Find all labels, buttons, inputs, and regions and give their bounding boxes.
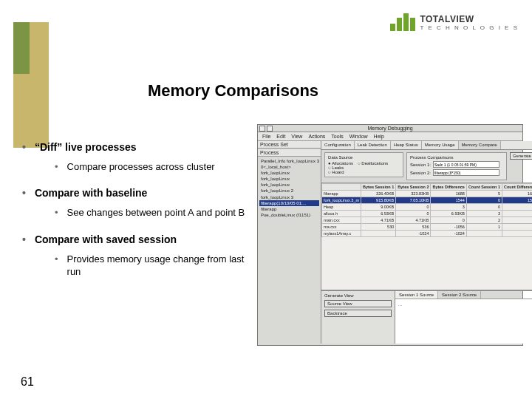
row-cell: 6.93KB <box>361 211 396 217</box>
process-comparisons-box: Process Comparisons Session 1: Session 2… <box>406 152 507 180</box>
process-set-title: Process Set <box>258 141 321 149</box>
session2-label: Session 2: <box>410 171 431 175</box>
bullet-3: • Compare with saved session <box>22 233 251 247</box>
diff-table[interactable]: Bytes Session 1Bytes Session 2Bytes Diff… <box>321 183 532 290</box>
backtrace-button[interactable]: Backtrace <box>324 310 392 317</box>
generate-view-title: Generate View <box>324 293 392 298</box>
menu-help[interactable]: Help <box>374 134 384 139</box>
table-row[interactable]: alloca.h6.93KB06.93KB303 <box>322 211 532 217</box>
tab-bar[interactable]: ConfigurationLeak DetectionHeap StatusMe… <box>321 141 532 150</box>
data-source-box: Data Source Allocations Leaks Hoard Deal… <box>324 152 403 177</box>
row-name: mylass1Array.c <box>322 231 361 237</box>
tree-item[interactable]: fork_loopLinux 3 <box>259 194 319 200</box>
source-view-button[interactable]: Source View <box>324 300 392 307</box>
tab-configuration[interactable]: Configuration <box>321 141 355 149</box>
menu-bar[interactable]: File Edit View Actions Tools Window Help <box>258 132 522 141</box>
row-name: fork_loopLinux.3_m <box>322 197 361 204</box>
table-header: Count Session 1 <box>466 184 502 191</box>
brand-subtitle: T E C H N O L O G I E S <box>420 24 519 31</box>
bullet-1a: • Compare processes across cluster <box>55 160 251 174</box>
menu-window[interactable]: Window <box>349 134 368 139</box>
row-cell: 0 <box>502 211 532 217</box>
tab-memory-compare[interactable]: Memory Compare <box>459 141 501 149</box>
bullet-1a-text: Compare processes across cluster <box>67 160 215 174</box>
row-cell: 5 <box>466 191 502 197</box>
bullet-2: • Compare with baseline <box>22 186 251 200</box>
session1-input[interactable] <box>433 161 499 168</box>
row-cell: 2 <box>466 217 502 224</box>
tab-heap-status[interactable]: Heap Status <box>391 141 422 149</box>
tree-item[interactable]: fork_loopLinux <box>259 170 319 176</box>
row-cell: 3 <box>466 211 502 217</box>
tree-item[interactable]: 0<_local_host> <box>259 164 319 170</box>
row-cell: 0 <box>466 197 502 204</box>
process-comparisons-title: Process Comparisons <box>410 155 503 160</box>
table-row[interactable]: fork_loopLinux.3_m915.80KB7.05.10KB15440… <box>322 197 532 204</box>
row-cell: 1683 <box>502 191 532 197</box>
bullet-1-text: “Diff” live processes <box>35 140 137 154</box>
table-row[interactable]: Heap9.00KB0303 <box>322 204 532 211</box>
table-row[interactable]: filterapp326.40KB323.83KB168851683 <box>322 191 532 197</box>
memory-debug-window: Memory Debugging File Edit View Actions … <box>257 124 523 346</box>
menu-tools[interactable]: Tools <box>331 134 343 139</box>
tree-item[interactable]: fork_loopLinux 2 <box>259 188 319 194</box>
source-view: ... <box>395 299 532 344</box>
bullet-3-text: Compare with saved session <box>35 233 177 247</box>
tree-item[interactable]: filterapp <box>259 206 319 212</box>
bullet-3a: • Provides memory usage change from last… <box>55 253 251 279</box>
bullet-dot-icon: • <box>55 160 58 174</box>
row-cell: 9.00KB <box>361 204 396 211</box>
window-control-icon[interactable] <box>267 126 273 132</box>
logo-bars-icon <box>390 13 415 31</box>
row-name: filterapp <box>322 191 361 197</box>
bullet-dot-icon: • <box>22 186 26 200</box>
menu-actions[interactable]: Actions <box>308 134 325 139</box>
radio-hoard[interactable]: Hoard <box>328 170 353 174</box>
menu-file[interactable]: File <box>262 134 270 139</box>
row-cell: 6.93KB <box>431 211 466 217</box>
row-cell: 1688 <box>431 191 466 197</box>
row-cell <box>361 231 396 237</box>
generate-view-panel: Generate View Source View Backtrace <box>321 291 395 344</box>
table-row[interactable]: main.cxx4.71KB4.71KB020 <box>322 217 532 224</box>
session1-label: Session 1: <box>410 163 431 167</box>
process-header: Process <box>258 149 321 157</box>
tab-session1-source[interactable]: Session 1 Source <box>395 291 438 299</box>
window-control-icon[interactable] <box>259 126 265 132</box>
table-header: Bytes Session 1 <box>361 184 396 191</box>
radio-deallocations[interactable]: Deallocations <box>358 161 388 166</box>
row-cell: 0 <box>502 231 532 237</box>
tree-item[interactable]: filterapp(10/10/05 01:... <box>259 200 319 206</box>
row-cell: 3 <box>431 204 466 211</box>
source-tabs[interactable]: Session 1 Source Session 2 Source <box>395 291 532 299</box>
session2-input[interactable] <box>433 169 499 176</box>
table-row[interactable]: ma.cxx530536-10561-2 <box>322 224 532 231</box>
row-cell: -1024 <box>431 231 466 237</box>
row-name: Heap <box>322 204 361 211</box>
tree-item[interactable]: Poe_doubleLinux (f1151) <box>259 212 319 218</box>
tree-item[interactable]: fork_loopLinux <box>259 182 319 188</box>
row-cell: 1544 <box>431 197 466 204</box>
row-cell: 1 <box>466 224 502 231</box>
tab-session2-source[interactable]: Session 2 Source <box>438 291 481 299</box>
menu-view[interactable]: View <box>291 134 302 139</box>
tab-leak-detection[interactable]: Leak Detection <box>355 141 391 149</box>
data-source-title: Data Source <box>328 155 400 160</box>
row-cell: 4.71KB <box>361 217 396 224</box>
table-header: Count Difference <box>502 184 532 191</box>
row-cell: 915.80KB <box>361 197 396 204</box>
brand-logo: TOTALVIEW T E C H N O L O G I E S <box>390 13 519 31</box>
row-name: alloca.h <box>322 211 361 217</box>
menu-edit[interactable]: Edit <box>276 134 285 139</box>
tab-memory-usage[interactable]: Memory Usage <box>422 141 459 149</box>
window-controls[interactable] <box>259 126 273 132</box>
table-header <box>322 184 361 191</box>
bullet-list: • “Diff” live processes • Compare proces… <box>22 140 251 279</box>
table-row[interactable]: mylass1Array.c-1024-10240 <box>322 231 532 237</box>
tree-item[interactable]: fork_loopLinux <box>259 176 319 182</box>
process-tree[interactable]: Parallel_Info fork_loopLinux 3 0<_local_… <box>258 157 321 344</box>
generate-diff-button[interactable]: Generate Diff <box>510 152 532 160</box>
process-set-panel: Process Set Process Parallel_Info fork_l… <box>258 141 321 344</box>
row-cell: 0 <box>502 217 532 224</box>
tree-item[interactable]: Parallel_Info fork_loopLinux 3 <box>259 158 319 164</box>
